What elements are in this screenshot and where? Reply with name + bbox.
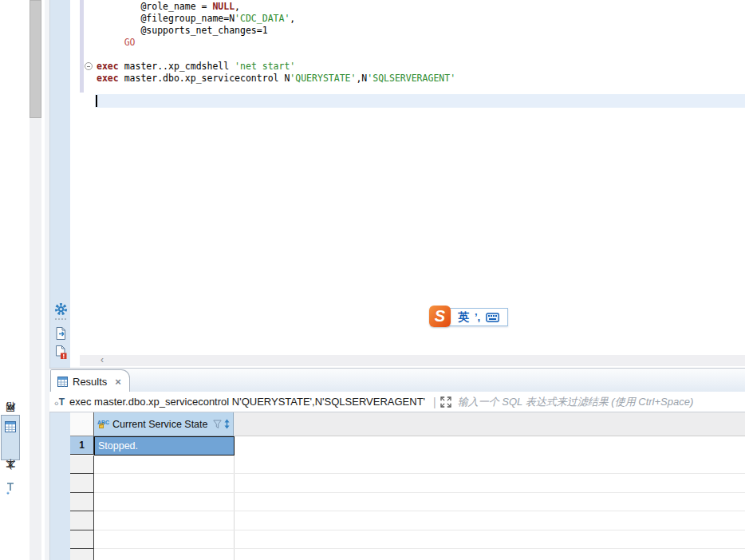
row-header-cell[interactable] [70,493,94,511]
grid-empty-row[interactable] [70,549,745,560]
results-grid-icon [57,377,68,387]
filter-funnel-icon[interactable] [213,420,222,429]
sogou-ime-indicator: 英 ’, S [429,306,509,328]
filter-separator: | [433,396,436,408]
code-line: exec master..xp_cmdshell 'net start' [97,61,455,73]
tab-text-view[interactable]: 文本 [1,475,20,538]
ime-punctuation-mode[interactable]: ’, [475,311,480,323]
sogou-logo[interactable]: S [429,306,451,327]
script-error-icon[interactable] [54,345,67,360]
gear-icon[interactable] [54,302,68,316]
editor-side-toolbar [49,0,70,560]
text-tab-label: 文本 [4,476,18,478]
grid-header-filler [234,412,745,436]
expand-filter-icon[interactable] [440,396,451,408]
sql-code: @role_name = NULL, @filegroup_name=N'CDC… [97,1,455,85]
executed-query-text[interactable]: exec master.dbo.xp_servicecontrol N'QUER… [69,396,425,408]
sql-editor-surface[interactable]: @role_name = NULL, @filegroup_name=N'CDC… [70,0,745,368]
grid-view-icon [5,421,16,432]
text-view-icon [6,482,16,495]
results-tabbar: Results × [49,368,745,392]
results-grid: ABC Current Service State 1 Stopped. [70,412,745,560]
sql-editor-window: @role_name = NULL, @filegroup_name=N'CDC… [0,0,745,560]
grid-empty-row[interactable] [70,455,745,474]
quick-diff-bar [80,0,84,93]
ime-language-mode[interactable]: 英 [458,310,469,325]
row-header-cell[interactable] [70,455,94,474]
results-filter-bar: ‹›T exec master.dbo.xp_servicecontrol N'… [49,392,745,412]
tab-results-label: Results [73,376,107,388]
string-type-icon: ABC [97,420,110,429]
tab-results[interactable]: Results × [50,369,130,392]
empty-grid-rows [70,455,745,560]
row-header-cell[interactable] [70,549,94,560]
grid-empty-row[interactable] [70,493,745,511]
current-line-highlight [95,94,745,108]
code-line: @filegroup_name=N'CDC_DATA', [97,13,455,25]
left-vertical-scrollbar-thumb[interactable] [30,0,41,118]
row-header-cell[interactable] [70,530,94,549]
toolbar-separator-dots [55,318,67,320]
row-header-cell[interactable] [70,511,94,530]
row-header-cell[interactable] [70,474,94,492]
column-header-label: Current Service State [112,419,213,430]
tab-close-icon[interactable]: × [115,376,121,388]
editor-horizontal-scrollbar[interactable]: ‹ [80,355,745,366]
fold-collapse-icon[interactable] [85,62,93,70]
grid-empty-row[interactable] [70,511,745,530]
grid-empty-row[interactable] [70,530,745,549]
code-line [97,49,455,61]
selected-cell-stopped[interactable]: Stopped. [94,436,235,455]
grid-tab-label: 网格 [4,418,18,420]
code-line: exec master.dbo.xp_servicecontrol N'QUER… [97,73,455,85]
left-vertical-scrollbar[interactable] [30,0,41,560]
execute-script-icon[interactable] [54,326,67,341]
scroll-left-arrow-icon[interactable]: ‹ [97,355,107,366]
column-header-current-service-state[interactable]: ABC Current Service State [94,412,234,436]
grid-empty-row[interactable] [70,474,745,492]
grid-corner-cell[interactable] [70,412,94,436]
code-line: @role_name = NULL, [97,1,455,13]
code-line: @supports_net_changes=1 [97,25,455,37]
code-line: GO [97,37,455,49]
sql-expression-icon: ‹›T [54,396,65,408]
sort-arrows-icon[interactable] [223,419,231,429]
filter-input-placeholder[interactable]: 输入一个 SQL 表达式来过滤结果 (使用 Ctrl+Space) [458,395,694,409]
text-cursor [96,95,97,107]
tab-grid-view[interactable]: 网格 [1,415,20,460]
ime-keyboard-icon[interactable] [486,313,499,322]
row-1-header[interactable]: 1 [70,436,94,455]
ime-status-bar: 英 ’, [447,308,508,326]
